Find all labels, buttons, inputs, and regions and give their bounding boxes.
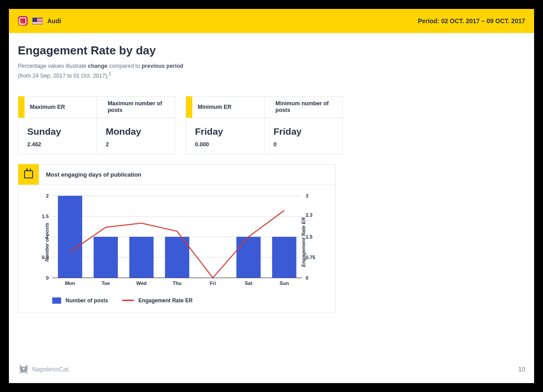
kpi-day: Sunday xyxy=(27,126,87,137)
legend-item-line: Engagement Rate ER xyxy=(122,297,192,304)
chart-svg: 00.511.5200.751.52.33MonTueWedThuFriSatS… xyxy=(31,192,323,290)
svg-text:3: 3 xyxy=(306,193,308,198)
y-axis-label-right: Engagement Rate ER xyxy=(300,217,306,267)
svg-text:1.5: 1.5 xyxy=(42,214,49,219)
legend-item-bars: Number of posts xyxy=(52,297,108,304)
kpi-head: Maximum number of posts xyxy=(102,100,174,114)
kpi-val: 0.000 xyxy=(195,141,255,148)
kpi-day: Friday xyxy=(274,126,333,137)
svg-text:Sun: Sun xyxy=(280,281,289,286)
chart-legend: Number of posts Engagement Rate ER xyxy=(31,292,323,304)
svg-rect-17 xyxy=(94,237,118,278)
page-number: 10 xyxy=(518,366,525,373)
kpi-val: 2 xyxy=(106,141,166,148)
svg-rect-24 xyxy=(236,237,261,278)
svg-rect-19 xyxy=(129,237,153,278)
instagram-icon xyxy=(18,16,28,26)
subtitle-bold-2: previous period xyxy=(141,63,183,69)
legend-label: Engagement Rate ER xyxy=(138,297,192,304)
svg-text:Thu: Thu xyxy=(173,281,182,286)
kpi-card-min-posts: Minimum number of posts Friday0 xyxy=(264,97,342,154)
svg-text:Sat: Sat xyxy=(245,281,252,286)
chart-panel: Most engaging days of publication Number… xyxy=(18,164,336,313)
svg-text:Fri: Fri xyxy=(210,281,216,286)
period-text: Period: 02 OCT. 2017 – 09 OCT. 2017 xyxy=(418,17,525,25)
y-axis-label-left: Number of posts xyxy=(44,223,50,261)
svg-rect-15 xyxy=(58,196,82,278)
kpi-val: 0 xyxy=(274,141,333,148)
legend-swatch-bar xyxy=(52,297,61,304)
svg-text:2.3: 2.3 xyxy=(306,212,312,218)
kpi-card-max-posts: Maximum number of posts Monday2 xyxy=(96,97,174,154)
footer-brand-text: NapoleonCat. xyxy=(32,366,70,373)
kpi-accent xyxy=(186,96,192,118)
us-flag-icon xyxy=(32,17,43,25)
svg-text:2: 2 xyxy=(46,193,49,198)
kpi-card-max-er: Maximum ER Sunday2.462 xyxy=(18,97,96,154)
kpi-card-min-er: Minimum ER Friday0.000 xyxy=(186,97,264,154)
kpi-head: Maximum ER xyxy=(25,104,70,111)
kpi-group-max: Maximum ER Sunday2.462 Maximum number of… xyxy=(18,96,175,154)
kpi-accent xyxy=(18,96,25,118)
svg-text:Wed: Wed xyxy=(136,281,146,286)
footer-logo: NapoleonCat. xyxy=(18,364,70,374)
kpi-day: Friday xyxy=(195,126,255,137)
subtitle: Percentage values illustrate change comp… xyxy=(18,62,525,80)
footer: NapoleonCat. 10 xyxy=(18,364,525,374)
period-label: Period: xyxy=(418,17,439,25)
chart-svg-wrap: Number of posts Engagement Rate ER 00.51… xyxy=(31,192,323,292)
header-bar: Audi Period: 02 OCT. 2017 – 09 OCT. 2017 xyxy=(9,9,534,33)
report-page: Audi Period: 02 OCT. 2017 – 09 OCT. 2017… xyxy=(9,9,534,383)
svg-text:1.5: 1.5 xyxy=(306,234,312,239)
svg-text:0: 0 xyxy=(46,275,49,281)
chart-panel-head: Most engaging days of publication xyxy=(18,165,335,185)
kpi-accent xyxy=(97,96,102,118)
subtitle-pre: Percentage values illustrate xyxy=(18,63,88,69)
svg-point-29 xyxy=(23,368,25,370)
subtitle-sup: 1 xyxy=(109,71,112,76)
brand-name: Audi xyxy=(47,17,61,25)
svg-text:0: 0 xyxy=(306,275,308,281)
chart-panel-title: Most engaging days of publication xyxy=(46,171,141,178)
subtitle-line2: (from 24 Sep. 2017 to 01 Oct. 2017). xyxy=(18,73,109,79)
svg-text:0.75: 0.75 xyxy=(306,255,315,260)
svg-text:Tue: Tue xyxy=(102,281,110,286)
svg-text:Mon: Mon xyxy=(65,281,75,286)
kpi-row: Maximum ER Sunday2.462 Maximum number of… xyxy=(18,96,525,154)
kpi-group-min: Minimum ER Friday0.000 Minimum number of… xyxy=(186,96,343,154)
subtitle-bold-1: change xyxy=(88,63,108,69)
svg-rect-26 xyxy=(272,237,296,278)
legend-label: Number of posts xyxy=(66,297,108,304)
kpi-head: Minimum ER xyxy=(192,104,237,111)
subtitle-mid: compared to xyxy=(108,63,141,69)
kpi-head: Minimum number of posts xyxy=(270,100,342,114)
kpi-val: 2.462 xyxy=(27,141,87,148)
page-title: Engagement Rate by day xyxy=(18,44,525,58)
calendar-icon xyxy=(18,164,39,185)
chart-body: Number of posts Engagement Rate ER 00.51… xyxy=(18,185,335,313)
period-dates: 02 OCT. 2017 – 09 OCT. 2017 xyxy=(441,17,525,25)
napoleoncat-icon xyxy=(18,364,29,374)
content-area: Engagement Rate by day Percentage values… xyxy=(9,33,534,313)
kpi-day: Monday xyxy=(106,126,166,137)
kpi-accent xyxy=(265,96,270,118)
header-left: Audi xyxy=(18,16,61,26)
legend-swatch-line xyxy=(122,300,134,301)
